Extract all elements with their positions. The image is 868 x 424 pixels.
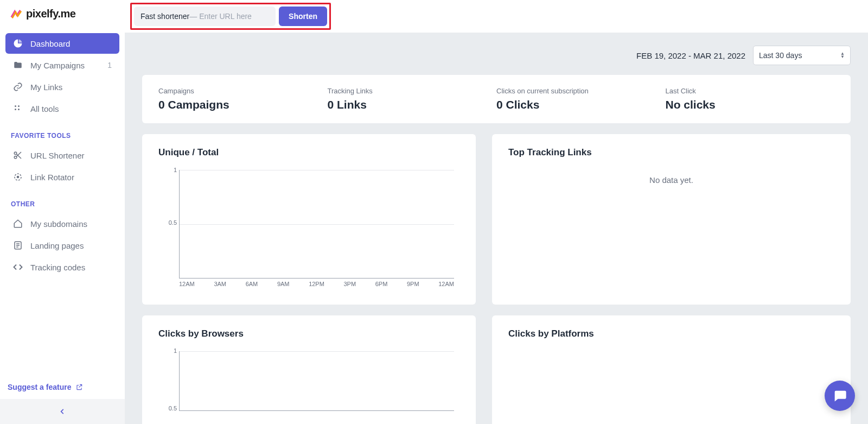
section-other: OTHER (0, 187, 125, 213)
nav-item-label: URL Shortener (30, 151, 112, 160)
browsers-chart: 1 0.5 (164, 348, 459, 424)
svg-point-5 (14, 156, 17, 159)
chat-icon (832, 388, 847, 403)
suggest-feature-link[interactable]: Suggest a feature (0, 383, 125, 391)
folder-icon (13, 60, 23, 70)
panel-title: Clicks by Browsers (158, 328, 459, 339)
nav-badge: 1 (107, 61, 112, 69)
stat-label: Last Click (666, 87, 835, 95)
x-tick: 6PM (375, 281, 388, 292)
nav-campaigns[interactable]: My Campaigns 1 (5, 55, 119, 75)
sidebar-collapse-button[interactable] (0, 399, 125, 424)
no-data-message: No data yet. (508, 167, 834, 189)
suggest-label: Suggest a feature (8, 383, 71, 391)
stat-value: No clicks (666, 98, 835, 111)
topbar: Fast shortener — Enter URL here Shorten (125, 0, 868, 33)
favorite-tools-nav: URL Shortener Link Rotator (0, 145, 125, 187)
y-tick: 0.5 (169, 405, 177, 412)
shorten-button[interactable]: Shorten (279, 7, 327, 26)
x-tick: 12PM (309, 281, 324, 292)
chat-fab[interactable] (825, 381, 855, 411)
main-nav: Dashboard My Campaigns 1 My Links All to… (0, 33, 125, 119)
nav-item-label: Landing pages (30, 241, 112, 250)
grid-icon (13, 104, 23, 113)
nav-item-label: Dashboard (30, 39, 112, 48)
nav-all-tools[interactable]: All tools (5, 98, 119, 119)
code-icon (13, 262, 23, 272)
shortener-input[interactable]: Fast shortener — Enter URL here (134, 7, 276, 26)
tool-link-rotator[interactable]: Link Rotator (5, 167, 119, 187)
scissors-icon (13, 150, 23, 160)
brand-logo-icon (10, 8, 22, 20)
other-nav: My subdomains Landing pages Tracking cod… (0, 213, 125, 277)
svg-point-0 (15, 105, 16, 107)
page-icon (13, 241, 23, 250)
link-icon (13, 82, 23, 92)
pie-icon (13, 39, 23, 48)
stat-label: Campaigns (158, 87, 328, 95)
nav-landing-pages[interactable]: Landing pages (5, 235, 119, 256)
nav-item-label: My Campaigns (30, 61, 100, 70)
chevron-left-icon (59, 408, 66, 415)
tool-url-shortener[interactable]: URL Shortener (5, 145, 119, 166)
y-tick: 1 (174, 347, 177, 354)
x-tick: 12AM (179, 281, 195, 292)
brand-name: pixelfy.me (26, 8, 75, 20)
nav-item-label: Tracking codes (30, 263, 112, 272)
nav-tracking-codes[interactable]: Tracking codes (5, 257, 119, 277)
panel-title: Top Tracking Links (508, 147, 834, 158)
y-tick: 0.5 (169, 219, 177, 226)
svg-point-3 (18, 109, 20, 110)
x-tick: 3PM (344, 281, 356, 292)
brand[interactable]: pixelfy.me (0, 0, 125, 33)
stat-last-click: Last Click No clicks (666, 87, 835, 111)
date-preset-select[interactable]: Last 30 days ▲▼ (753, 46, 851, 65)
nav-item-label: My Links (30, 83, 112, 92)
svg-point-2 (15, 109, 16, 110)
nav-links[interactable]: My Links (5, 77, 119, 97)
date-preset-value: Last 30 days (759, 51, 802, 60)
nav-subdomains[interactable]: My subdomains (5, 213, 119, 234)
stat-value: 0 Campaigns (158, 98, 328, 111)
x-tick: 6AM (246, 281, 258, 292)
external-link-icon (75, 383, 83, 391)
stat-label: Clicks on current subscription (496, 87, 666, 95)
panel-top-tracking-links: Top Tracking Links No data yet. (492, 134, 851, 305)
stat-value: 0 Clicks (496, 98, 666, 111)
nav-dashboard[interactable]: Dashboard (5, 33, 119, 54)
unique-total-chart: 1 0.5 12AM 3AM 6AM 9AM 12PM (164, 167, 459, 292)
x-tick: 12AM (438, 281, 454, 292)
home-icon (13, 219, 23, 229)
nav-item-label: Link Rotator (30, 173, 112, 182)
stat-clicks: Clicks on current subscription 0 Clicks (496, 87, 666, 111)
panel-title: Clicks by Platforms (508, 328, 834, 339)
panel-unique-total: Unique / Total 1 0.5 12AM 3AM (142, 134, 476, 305)
date-range-label: FEB 19, 2022 - MAR 21, 2022 (636, 51, 745, 60)
panel-title: Unique / Total (158, 147, 459, 158)
y-tick: 1 (174, 167, 177, 173)
x-tick: 9AM (277, 281, 290, 292)
nav-item-label: All tools (30, 104, 112, 113)
stat-campaigns: Campaigns 0 Campaigns (158, 87, 328, 111)
panel-clicks-by-platforms: Clicks by Platforms (492, 315, 851, 424)
x-tick: 3AM (214, 281, 226, 292)
sidebar: pixelfy.me Dashboard My Campaigns 1 My L… (0, 0, 125, 424)
dashboard-content: FEB 19, 2022 - MAR 21, 2022 Last 30 days… (125, 33, 868, 424)
stat-tracking-links: Tracking Links 0 Links (328, 87, 497, 111)
stat-value: 0 Links (328, 98, 497, 111)
shortener-prefix: Fast shortener (141, 12, 189, 21)
svg-point-4 (14, 152, 17, 155)
svg-point-7 (17, 176, 19, 178)
x-tick: 9PM (407, 281, 419, 292)
rotate-icon (13, 172, 23, 182)
nav-item-label: My subdomains (30, 219, 112, 229)
stats-card: Campaigns 0 Campaigns Tracking Links 0 L… (142, 75, 851, 123)
select-arrows-icon: ▲▼ (840, 52, 845, 59)
fast-shortener-widget: Fast shortener — Enter URL here Shorten (130, 3, 331, 30)
section-favorite-tools: FAVORITE TOOLS (0, 119, 125, 145)
svg-point-1 (18, 105, 20, 107)
stat-label: Tracking Links (328, 87, 497, 95)
panel-clicks-by-browsers: Clicks by Browsers 1 0.5 (142, 315, 476, 424)
shortener-placeholder: — Enter URL here (189, 12, 252, 21)
